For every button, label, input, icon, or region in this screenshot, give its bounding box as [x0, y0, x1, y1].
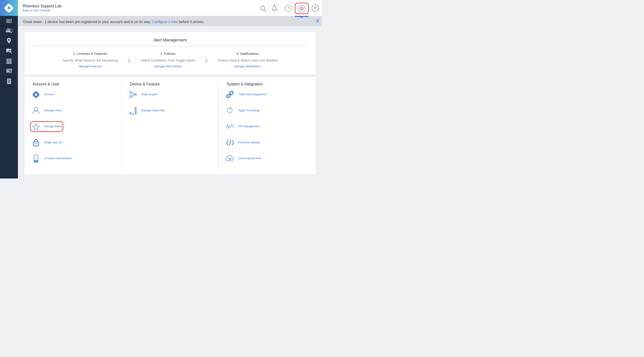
svg-text:?: ?	[287, 6, 289, 10]
svg-text:P: P	[314, 6, 317, 10]
